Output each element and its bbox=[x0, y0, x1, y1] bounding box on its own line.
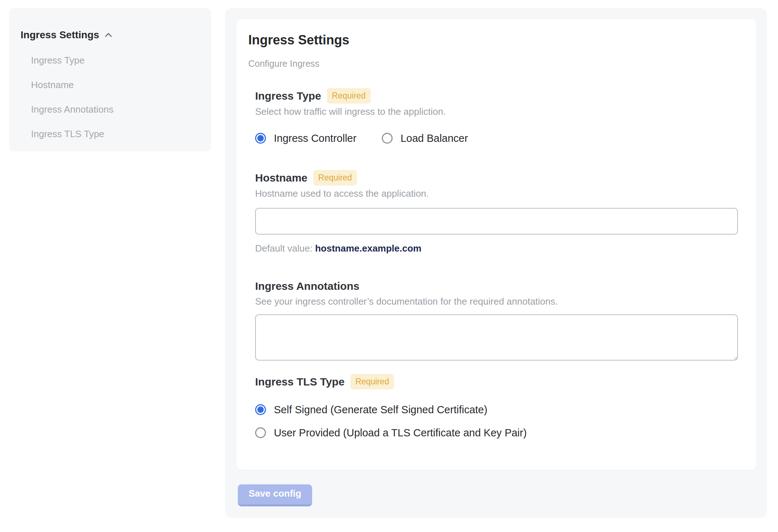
radio-option-label: Load Balancer bbox=[401, 131, 468, 145]
section-description-hostname: Hostname used to access the application. bbox=[255, 188, 738, 199]
sidebar-nav: Ingress Type Hostname Ingress Annotation… bbox=[21, 54, 200, 140]
radio-unselected-icon[interactable] bbox=[382, 133, 393, 144]
radio-option-label: Self Signed (Generate Self Signed Certif… bbox=[274, 402, 488, 417]
sidebar-section-toggle[interactable]: Ingress Settings bbox=[21, 29, 200, 41]
sidebar: Ingress Settings Ingress Type Hostname I… bbox=[9, 8, 211, 151]
radio-selected-icon[interactable] bbox=[255, 133, 266, 144]
radio-group-ingress-type: Ingress Controller Load Balancer bbox=[255, 131, 738, 145]
section-ingress-type: Ingress Type Required Select how traffic… bbox=[255, 88, 738, 145]
page: Ingress Settings Ingress Type Hostname I… bbox=[0, 0, 778, 532]
default-value-label: Default value: bbox=[255, 243, 315, 254]
section-description-ingress-type: Select how traffic will ingress to the a… bbox=[255, 106, 738, 117]
default-value: hostname.example.com bbox=[315, 243, 421, 254]
radio-option-load-balancer[interactable]: Load Balancer bbox=[382, 131, 468, 145]
section-title-ingress-tls-type: Ingress TLS Type bbox=[255, 375, 345, 389]
settings-card: Ingress Settings Configure Ingress Ingre… bbox=[236, 19, 756, 470]
hostname-input[interactable] bbox=[255, 208, 738, 235]
radio-option-label: Ingress Controller bbox=[274, 131, 357, 145]
default-value-note: Default value: hostname.example.com bbox=[255, 243, 738, 254]
section-title-hostname: Hostname bbox=[255, 171, 307, 185]
sidebar-item-hostname[interactable]: Hostname bbox=[31, 79, 200, 91]
required-badge: Required bbox=[313, 170, 357, 186]
required-badge: Required bbox=[350, 374, 394, 389]
radio-group-ingress-tls-type: Self Signed (Generate Self Signed Certif… bbox=[255, 402, 738, 440]
radio-option-user-provided[interactable]: User Provided (Upload a TLS Certificate … bbox=[255, 426, 738, 440]
sidebar-item-ingress-type[interactable]: Ingress Type bbox=[31, 54, 200, 66]
section-title-row: Ingress Type Required bbox=[255, 88, 738, 104]
sidebar-item-ingress-annotations[interactable]: Ingress Annotations bbox=[31, 104, 200, 115]
section-title-row: Ingress TLS Type Required bbox=[255, 374, 738, 389]
radio-option-label: User Provided (Upload a TLS Certificate … bbox=[274, 426, 527, 440]
section-title-row: Ingress Annotations bbox=[255, 279, 738, 293]
radio-unselected-icon[interactable] bbox=[255, 427, 266, 438]
required-badge: Required bbox=[327, 88, 371, 104]
radio-selected-icon[interactable] bbox=[255, 404, 266, 415]
page-title: Ingress Settings bbox=[248, 32, 738, 48]
section-title-ingress-type: Ingress Type bbox=[255, 89, 321, 103]
section-title-ingress-annotations: Ingress Annotations bbox=[255, 279, 359, 293]
section-description-ingress-annotations: See your ingress controller’s documentat… bbox=[255, 296, 738, 307]
save-config-button[interactable]: Save config bbox=[238, 484, 312, 506]
section-ingress-annotations: Ingress Annotations See your ingress con… bbox=[255, 279, 738, 361]
radio-option-ingress-controller[interactable]: Ingress Controller bbox=[255, 131, 357, 145]
ingress-annotations-textarea[interactable] bbox=[255, 314, 738, 361]
section-ingress-tls-type: Ingress TLS Type Required Self Signed (G… bbox=[255, 374, 738, 440]
page-subtitle: Configure Ingress bbox=[248, 58, 738, 69]
section-title-row: Hostname Required bbox=[255, 170, 738, 186]
radio-option-self-signed[interactable]: Self Signed (Generate Self Signed Certif… bbox=[255, 402, 738, 417]
main-panel: Ingress Settings Configure Ingress Ingre… bbox=[225, 8, 767, 518]
sidebar-section-title: Ingress Settings bbox=[21, 29, 99, 41]
section-hostname: Hostname Required Hostname used to acces… bbox=[255, 170, 738, 254]
chevron-up-icon bbox=[104, 30, 113, 40]
sidebar-item-ingress-tls-type[interactable]: Ingress TLS Type bbox=[31, 128, 200, 140]
